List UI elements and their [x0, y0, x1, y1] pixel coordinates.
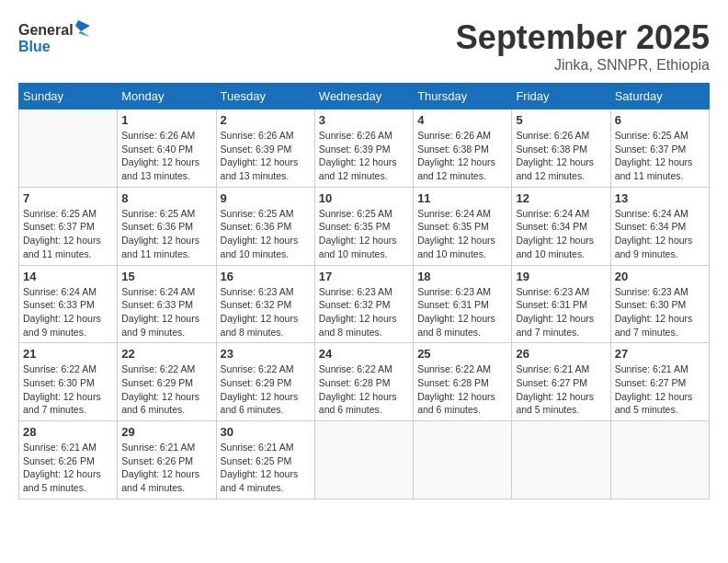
calendar-cell: 20Sunrise: 6:23 AM Sunset: 6:30 PM Dayli… [610, 265, 709, 343]
calendar-cell: 30Sunrise: 6:21 AM Sunset: 6:25 PM Dayli… [216, 421, 314, 500]
calendar-cell: 18Sunrise: 6:23 AM Sunset: 6:31 PM Dayli… [414, 265, 512, 343]
day-number: 24 [319, 347, 409, 361]
day-number: 28 [23, 425, 113, 439]
day-number: 14 [23, 270, 113, 283]
calendar-cell: 17Sunrise: 6:23 AM Sunset: 6:32 PM Dayli… [314, 265, 413, 343]
calendar-cell: 2Sunrise: 6:26 AM Sunset: 6:39 PM Daylig… [216, 109, 314, 188]
calendar-cell: 22Sunrise: 6:22 AM Sunset: 6:29 PM Dayli… [118, 343, 216, 421]
svg-text:Blue: Blue [18, 39, 51, 54]
day-info: Sunrise: 6:23 AM Sunset: 6:32 PM Dayligh… [221, 285, 311, 339]
day-info: Sunrise: 6:23 AM Sunset: 6:31 PM Dayligh… [417, 285, 507, 339]
calendar-cell: 23Sunrise: 6:22 AM Sunset: 6:29 PM Dayli… [216, 343, 314, 421]
page-header: GeneralBlue September 2025 Jinka, SNNPR,… [18, 18, 710, 74]
day-number: 4 [417, 113, 507, 127]
calendar-cell: 8Sunrise: 6:25 AM Sunset: 6:36 PM Daylig… [118, 187, 216, 265]
calendar-cell: 4Sunrise: 6:26 AM Sunset: 6:38 PM Daylig… [414, 109, 512, 188]
calendar-cell: 15Sunrise: 6:24 AM Sunset: 6:33 PM Dayli… [118, 265, 216, 343]
weekday-header-saturday: Saturday [610, 84, 709, 109]
day-number: 20 [615, 270, 705, 283]
calendar-cell: 6Sunrise: 6:25 AM Sunset: 6:37 PM Daylig… [610, 109, 709, 188]
logo: GeneralBlue [18, 18, 92, 59]
weekday-header-row: SundayMondayTuesdayWednesdayThursdayFrid… [19, 84, 710, 109]
day-info: Sunrise: 6:22 AM Sunset: 6:30 PM Dayligh… [23, 362, 113, 417]
day-number: 21 [23, 347, 113, 361]
calendar-cell: 12Sunrise: 6:24 AM Sunset: 6:34 PM Dayli… [512, 187, 610, 265]
day-number: 3 [319, 113, 409, 127]
day-info: Sunrise: 6:25 AM Sunset: 6:35 PM Dayligh… [319, 207, 409, 261]
calendar-cell: 29Sunrise: 6:21 AM Sunset: 6:26 PM Dayli… [118, 421, 216, 500]
calendar-cell: 7Sunrise: 6:25 AM Sunset: 6:37 PM Daylig… [19, 187, 118, 265]
day-number: 11 [417, 191, 507, 205]
day-info: Sunrise: 6:22 AM Sunset: 6:29 PM Dayligh… [121, 362, 211, 417]
week-row-3: 14Sunrise: 6:24 AM Sunset: 6:33 PM Dayli… [19, 265, 710, 343]
day-number: 5 [516, 113, 606, 127]
svg-marker-2 [78, 31, 90, 37]
day-number: 26 [516, 347, 606, 361]
day-info: Sunrise: 6:22 AM Sunset: 6:28 PM Dayligh… [319, 362, 409, 417]
day-info: Sunrise: 6:24 AM Sunset: 6:34 PM Dayligh… [615, 207, 705, 261]
day-number: 22 [121, 347, 211, 361]
calendar-cell: 16Sunrise: 6:23 AM Sunset: 6:32 PM Dayli… [216, 265, 314, 343]
calendar-cell: 3Sunrise: 6:26 AM Sunset: 6:39 PM Daylig… [314, 109, 413, 188]
calendar-cell: 13Sunrise: 6:24 AM Sunset: 6:34 PM Dayli… [610, 187, 709, 265]
calendar-cell: 25Sunrise: 6:22 AM Sunset: 6:28 PM Dayli… [414, 343, 512, 421]
day-info: Sunrise: 6:24 AM Sunset: 6:33 PM Dayligh… [121, 285, 211, 339]
day-info: Sunrise: 6:24 AM Sunset: 6:33 PM Dayligh… [23, 285, 113, 339]
location: Jinka, SNNPR, Ethiopia [456, 57, 710, 74]
day-number: 17 [319, 270, 409, 283]
calendar-cell: 14Sunrise: 6:24 AM Sunset: 6:33 PM Dayli… [19, 265, 118, 343]
day-number: 6 [615, 113, 705, 127]
calendar-cell: 28Sunrise: 6:21 AM Sunset: 6:26 PM Dayli… [19, 421, 118, 500]
day-number: 9 [221, 191, 311, 205]
day-number: 13 [615, 191, 705, 205]
day-number: 30 [221, 425, 311, 439]
calendar-cell: 19Sunrise: 6:23 AM Sunset: 6:31 PM Dayli… [512, 265, 610, 343]
calendar-cell: 24Sunrise: 6:22 AM Sunset: 6:28 PM Dayli… [314, 343, 413, 421]
calendar-cell: 26Sunrise: 6:21 AM Sunset: 6:27 PM Dayli… [512, 343, 610, 421]
title-block: September 2025 Jinka, SNNPR, Ethiopia [456, 18, 710, 74]
day-info: Sunrise: 6:24 AM Sunset: 6:35 PM Dayligh… [417, 207, 507, 261]
day-number: 12 [516, 191, 606, 205]
day-info: Sunrise: 6:23 AM Sunset: 6:30 PM Dayligh… [615, 285, 705, 339]
day-info: Sunrise: 6:25 AM Sunset: 6:37 PM Dayligh… [615, 129, 705, 183]
day-info: Sunrise: 6:25 AM Sunset: 6:36 PM Dayligh… [221, 207, 311, 261]
day-number: 10 [319, 191, 409, 205]
day-number: 19 [516, 270, 606, 283]
day-info: Sunrise: 6:26 AM Sunset: 6:38 PM Dayligh… [516, 129, 606, 183]
calendar-cell [610, 421, 709, 500]
month-title: September 2025 [456, 18, 710, 57]
svg-marker-1 [75, 20, 90, 31]
day-info: Sunrise: 6:22 AM Sunset: 6:28 PM Dayligh… [417, 362, 507, 417]
week-row-4: 21Sunrise: 6:22 AM Sunset: 6:30 PM Dayli… [19, 343, 710, 421]
weekday-header-thursday: Thursday [414, 84, 512, 109]
day-info: Sunrise: 6:23 AM Sunset: 6:31 PM Dayligh… [516, 285, 606, 339]
week-row-5: 28Sunrise: 6:21 AM Sunset: 6:26 PM Dayli… [19, 421, 710, 500]
calendar-cell [314, 421, 413, 500]
day-number: 1 [121, 113, 211, 127]
calendar-cell: 9Sunrise: 6:25 AM Sunset: 6:36 PM Daylig… [216, 187, 314, 265]
weekday-header-wednesday: Wednesday [314, 84, 413, 109]
weekday-header-monday: Monday [118, 84, 216, 109]
day-info: Sunrise: 6:23 AM Sunset: 6:32 PM Dayligh… [319, 285, 409, 339]
calendar-cell: 5Sunrise: 6:26 AM Sunset: 6:38 PM Daylig… [512, 109, 610, 188]
day-number: 18 [417, 270, 507, 283]
calendar-cell: 10Sunrise: 6:25 AM Sunset: 6:35 PM Dayli… [314, 187, 413, 265]
day-info: Sunrise: 6:25 AM Sunset: 6:37 PM Dayligh… [23, 207, 113, 261]
day-info: Sunrise: 6:22 AM Sunset: 6:29 PM Dayligh… [221, 362, 311, 417]
day-number: 29 [121, 425, 211, 439]
day-info: Sunrise: 6:26 AM Sunset: 6:40 PM Dayligh… [121, 129, 211, 183]
logo-svg: GeneralBlue [18, 18, 92, 59]
day-number: 2 [221, 113, 311, 127]
day-number: 7 [23, 191, 113, 205]
calendar-cell [512, 421, 610, 500]
weekday-header-tuesday: Tuesday [216, 84, 314, 109]
calendar-cell [19, 109, 118, 188]
day-number: 8 [121, 191, 211, 205]
day-info: Sunrise: 6:25 AM Sunset: 6:36 PM Dayligh… [121, 207, 211, 261]
day-info: Sunrise: 6:21 AM Sunset: 6:26 PM Dayligh… [23, 441, 113, 495]
svg-text:General: General [18, 22, 74, 38]
day-number: 16 [221, 270, 311, 283]
calendar-cell [414, 421, 512, 500]
calendar-table: SundayMondayTuesdayWednesdayThursdayFrid… [18, 83, 710, 500]
week-row-2: 7Sunrise: 6:25 AM Sunset: 6:37 PM Daylig… [19, 187, 710, 265]
